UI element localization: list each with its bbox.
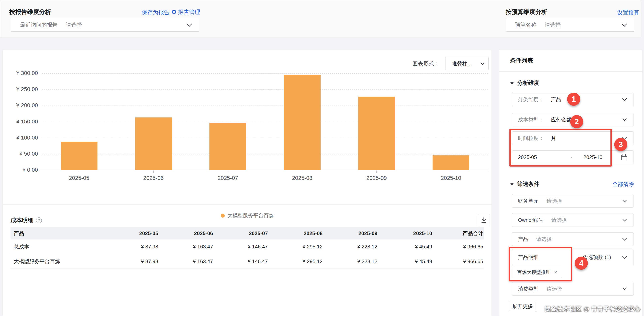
filter-condition-label: 筛选条件 (517, 180, 540, 188)
value-cell: ¥ 228.12 (324, 258, 378, 264)
chart-type-select[interactable]: 堆叠柱... (445, 57, 488, 70)
analysis-dimension-section[interactable]: 分析维度 (510, 79, 540, 87)
x-axis-tick (376, 171, 377, 173)
table-header-row: 产品2025-052025-062025-072025-082025-09202… (10, 227, 484, 239)
row-name-cell: 总成本 (10, 243, 104, 250)
annotation-badge-3: 3 (614, 138, 627, 151)
value-cell: ¥ 87.98 (104, 258, 159, 264)
gridline (42, 122, 488, 122)
save-as-report-link[interactable]: 保存为报告 (142, 9, 170, 16)
chevron-down-icon (622, 254, 627, 259)
filter-condition-section[interactable]: 筛选条件 (510, 180, 540, 188)
bar-2025-07[interactable] (210, 123, 246, 170)
chart-table-panel: 图表形式： 堆叠柱... ¥ 0.00¥ 50.00¥ 100.00¥ 150.… (2, 49, 492, 316)
gridline (42, 89, 488, 90)
column-header: 产品 (10, 230, 104, 237)
recent-report-select[interactable]: 最近访问的报告 请选择 (11, 18, 199, 32)
chevron-down-icon (622, 236, 627, 241)
x-axis-label: 2025-10 (414, 175, 488, 181)
owner-account-select[interactable]: Owner账号 请选择 (512, 213, 634, 227)
value-cell: ¥ 163.47 (159, 244, 214, 250)
row-name-cell: 大模型服务平台百炼 (10, 258, 104, 265)
product-placeholder: 请选择 (536, 236, 552, 243)
download-button[interactable] (478, 214, 490, 226)
condition-list-title: 条件列表 (510, 57, 533, 65)
value-cell: ¥ 228.12 (324, 244, 378, 250)
column-header: 2025-10 (378, 230, 433, 236)
report-manage-link[interactable]: ⚙ 报告管理 (171, 8, 200, 16)
bar-2025-10[interactable] (432, 155, 469, 170)
x-axis-label: 2025-09 (340, 175, 414, 181)
table-row[interactable]: 总成本¥ 87.98¥ 163.47¥ 146.47¥ 295.12¥ 228.… (10, 239, 484, 254)
x-axis-tick (79, 171, 79, 173)
x-axis-tick (302, 171, 302, 173)
owner-account-placeholder: 请选择 (552, 217, 567, 224)
calendar-icon[interactable] (620, 154, 628, 162)
chevron-down-icon (187, 22, 192, 27)
bar-2025-09[interactable] (358, 97, 395, 170)
gridline (42, 154, 488, 154)
setup-budget-link[interactable]: 设置预算 (617, 9, 639, 16)
chart-type-row: 图表形式： 堆叠柱... (412, 57, 488, 70)
table-row[interactable]: 大模型服务平台百炼¥ 87.98¥ 163.47¥ 146.47¥ 295.12… (10, 254, 484, 269)
chevron-down-icon (480, 61, 484, 65)
finance-unit-select[interactable]: 财务单元 请选择 (512, 194, 634, 208)
recent-report-select-label: 最近访问的报告 (20, 21, 58, 29)
gridline (42, 106, 488, 106)
cost-type-label: 成本类型： (518, 116, 544, 123)
cost-detail-title: 成本明细 (10, 216, 34, 224)
chevron-down-icon (622, 198, 627, 202)
chart-legend[interactable]: 大模型服务平台百炼 (2, 212, 492, 219)
y-axis-tick-label: ¥ 300.00 (0, 70, 38, 76)
expand-more-button[interactable]: 展开更多 (510, 301, 536, 312)
value-cell: ¥ 966.65 (433, 258, 484, 264)
budget-name-select[interactable]: 预算名称 请选择 (506, 18, 634, 32)
value-cell: ¥ 966.65 (433, 244, 484, 250)
value-cell: ¥ 295.12 (268, 244, 324, 250)
finance-unit-placeholder: 请选择 (546, 198, 562, 204)
product-select[interactable]: 产品 请选择 (512, 232, 634, 246)
consume-type-select[interactable]: 消费类型 请选择 (512, 282, 634, 295)
x-axis-label: 2025-05 (42, 175, 116, 181)
category-dimension-value: 产品 (551, 96, 561, 103)
bar-2025-05[interactable] (61, 142, 98, 170)
column-header: 2025-07 (214, 230, 268, 236)
x-axis-label: 2025-06 (116, 175, 191, 181)
gridline (42, 73, 488, 74)
budget-name-select-label: 预算名称 (515, 21, 536, 29)
column-header: 2025-06 (159, 230, 214, 236)
cost-type-value: 应付金额 (551, 116, 572, 123)
chevron-down-icon (622, 286, 627, 290)
value-cell: ¥ 45.49 (378, 244, 433, 250)
value-cell: ¥ 163.47 (159, 258, 214, 264)
column-header: 产品合计 (433, 230, 484, 237)
annotation-box-product-detail (508, 247, 572, 281)
legend-label: 大模型服务平台百炼 (228, 212, 274, 219)
consume-type-placeholder: 请选择 (546, 285, 562, 292)
x-axis-tick (451, 171, 451, 173)
bar-2025-06[interactable] (135, 117, 172, 170)
chart-type-label: 图表形式： (412, 60, 439, 67)
gridline (42, 138, 488, 138)
table-title-row: 成本明细 ? (10, 216, 42, 224)
bar-chart: ¥ 0.00¥ 50.00¥ 100.00¥ 150.00¥ 200.00¥ 2… (42, 73, 488, 170)
analysis-dimension-label: 分析维度 (517, 79, 540, 87)
column-header: 2025-05 (104, 230, 159, 236)
report-manage-label: 报告管理 (178, 8, 200, 16)
column-header: 2025-08 (268, 230, 324, 236)
category-dimension-label: 分类维度： (518, 96, 544, 103)
help-question-icon[interactable]: ? (36, 217, 42, 223)
chevron-down-icon (622, 117, 627, 121)
product-label: 产品 (518, 236, 528, 243)
legend-dot-icon (221, 214, 225, 218)
chevron-down-icon (622, 22, 627, 27)
bar-2025-08[interactable] (284, 75, 320, 170)
x-axis-line (40, 170, 488, 170)
annotation-badge-2: 2 (570, 115, 583, 128)
y-axis-tick-label: ¥ 0.00 (0, 167, 38, 173)
y-axis-tick-label: ¥ 200.00 (0, 102, 38, 109)
clear-all-link[interactable]: 全部清除 (612, 181, 634, 188)
budget-name-select-placeholder: 请选择 (545, 21, 561, 29)
consume-type-label: 消费类型 (518, 285, 538, 292)
x-axis-tick (153, 171, 154, 173)
